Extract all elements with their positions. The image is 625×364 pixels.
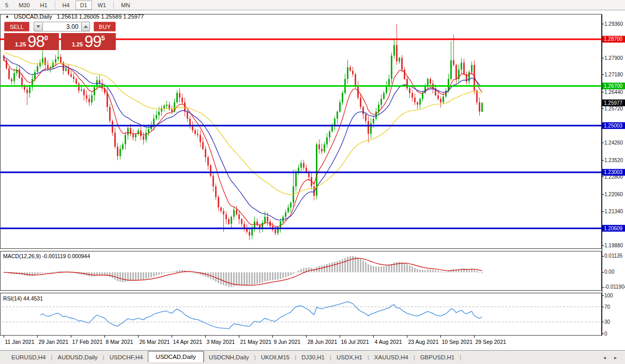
macd-histogram-bar [99,272,100,275]
volume-input[interactable] [43,22,81,31]
macd-histogram-bar [55,272,56,272]
macd-axis-label: 0.01135 [604,253,623,259]
macd-histogram-bar [176,271,178,272]
macd-histogram-bar [378,266,379,272]
macd-histogram-bar [148,272,149,278]
panel-collapse-icon[interactable]: ▲ [5,14,9,19]
macd-histogram-bar [440,272,441,273]
macd-histogram-bar [287,272,289,276]
macd-histogram-bar [50,272,51,273]
sell-price-button[interactable]: 1.25 98 0 [4,33,59,50]
macd-histogram-bar [324,265,325,272]
macd-histogram-bar [158,272,160,275]
macd-histogram-bar [223,272,224,285]
rsi-indicator-label: RSI(14) 44.4531 [3,295,43,302]
macd-histogram-bar [101,272,103,275]
x-axis-date-label: 23 Aug 2021 [408,339,439,345]
tab-scroll-right-icon[interactable]: ▸ [614,355,617,360]
chart-tab-dj30-h1[interactable]: DJ30,H1 [296,352,330,362]
timeframe-button-5[interactable]: 5 [1,1,13,10]
macd-histogram-bar [130,272,131,281]
macd-histogram-bar [352,256,354,273]
macd-histogram-bar [119,272,121,282]
timeframe-button-m30[interactable]: M30 [14,1,34,10]
chart-tab-usdchf-h4[interactable]: USDCHF,H4 [104,352,148,362]
y-axis-tick-label: 1.22060 [604,192,623,197]
chart-tab-usdx-h1[interactable]: USDX,H1 [331,352,368,362]
volume-decrease-button[interactable] [34,22,43,31]
y-axis-tick-label: 1.24260 [604,140,623,146]
chart-tab-eurusd-h4[interactable]: EURUSD,H4 [6,352,51,362]
sell-price-prefix: 1.25 [15,41,26,48]
macd-histogram-bar [308,267,310,272]
timeframe-button-h1[interactable]: H1 [36,1,52,10]
y-axis-tick-label: 1.29360 [604,21,623,27]
macd-histogram-bar [44,272,46,273]
x-axis-date-label: 10 Sep 2021 [442,339,473,345]
buy-price-button[interactable]: 1.25 99 5 [61,33,116,50]
volume-increase-button[interactable] [81,22,90,31]
macd-histogram-bar [272,272,273,280]
y-axis-tick-label: 1.25720 [604,106,623,112]
candles-layer [3,24,483,241]
macd-histogram-bar [476,271,478,273]
timeframe-button-h4[interactable]: H4 [58,1,74,10]
macd-histogram-bar [393,262,395,272]
macd-histogram-bar [285,272,286,277]
macd-histogram-bar [150,272,152,277]
macd-histogram-bar [215,272,217,281]
macd-histogram-bar [169,272,170,273]
macd-histogram-bar [269,272,271,280]
tab-separator: | [460,354,461,360]
y-axis-tick-label: 1.27180 [604,72,623,77]
tab-scroll-arrows: ◂▸ [603,355,617,360]
macd-histogram-bar [432,270,434,272]
macd-histogram-bar [401,262,403,272]
trading-terminal-window: 5M30H1H4D1W1MN 1.293601.279001.271801.26… [0,0,625,364]
timeframe-button-w1[interactable]: W1 [93,1,111,10]
y-axis-tick-label: 1.21340 [604,209,623,214]
toolbar-separator [55,1,55,9]
timeframe-button-d1[interactable]: D1 [75,1,92,10]
sell-button[interactable]: SELL [4,22,29,31]
macd-histogram-bar [104,272,105,275]
macd-histogram-bar [417,269,418,272]
macd-histogram-bar [303,268,304,272]
macd-histogram-bar [246,272,248,286]
macd-histogram-bar [114,272,116,279]
macd-axis-label: -0.011904 [604,284,625,290]
chart-tab-audusd-daily[interactable]: AUDUSD,Daily [52,352,102,362]
macd-histogram-bar [430,270,431,272]
macd-histogram-bar [347,257,348,272]
macd-histogram-bar [52,272,54,273]
macd-histogram-bar [339,260,341,272]
chart-tab-gbpusd-h1[interactable]: GBPUSD,H1 [415,352,460,362]
macd-histogram-bar [411,266,413,272]
buy-button[interactable]: BUY [94,22,116,31]
chart-tab-usdcad-daily[interactable]: USDCAD,Daily [148,351,203,362]
buy-price-prefix: 1.25 [72,41,83,48]
macd-histogram-bar [251,272,253,285]
macd-histogram-bar [370,265,372,272]
chart-tab-xauusd-h4[interactable]: XAUUSD,H4 [369,352,414,362]
chart-tab-ukoil-m15[interactable]: UKOil,M15 [256,352,295,362]
timeframe-button-mn[interactable]: MN [116,1,134,10]
macd-histogram-bar [388,265,390,273]
macd-histogram-bar [443,272,444,272]
macd-histogram-bar [29,272,31,276]
chart-tab-usdcnh-daily[interactable]: USDCNH,Daily [204,352,254,362]
tab-scroll-left-icon[interactable]: ◂ [603,355,606,360]
trade-prices-row: 1.25 98 0 1.25 99 5 [4,33,116,50]
macd-histogram-bar [109,272,111,277]
macd-histogram-bar [282,272,284,278]
spinner-up-icon [84,25,88,28]
toolbar-separator [113,1,114,9]
macd-histogram-bar [174,272,175,273]
macd-histogram-bar [166,272,167,273]
macd-histogram-bar [321,265,323,272]
macd-histogram-bar [383,266,385,273]
macd-histogram-bar [91,272,93,276]
macd-histogram-bar [368,264,369,273]
chart-ohlc-values: 1.25613 1.26005 1.25589 1.25977 [57,13,144,20]
macd-histogram-bar [293,272,294,274]
